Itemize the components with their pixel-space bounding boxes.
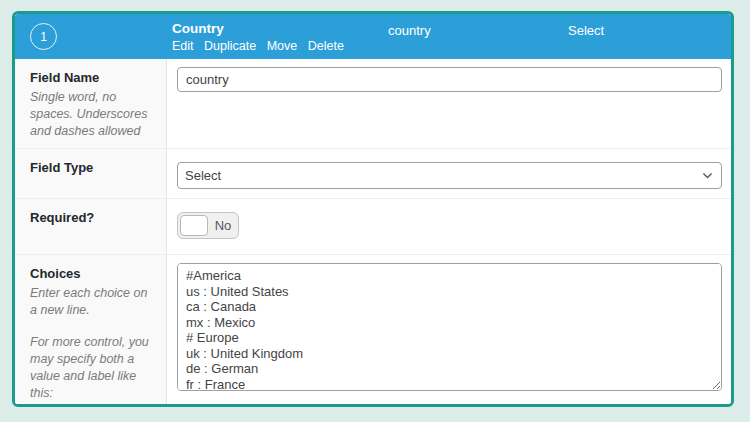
field-order-badge: 1 xyxy=(30,23,57,50)
toggle-state-label: No xyxy=(208,218,238,233)
field-name-description: Single word, no spaces. Underscores and … xyxy=(30,89,154,140)
field-type-label-cell: Field Type xyxy=(15,149,167,198)
choices-textarea[interactable]: #America us : United States ca : Canada … xyxy=(177,263,722,391)
field-name-input[interactable] xyxy=(177,67,722,92)
required-toggle[interactable]: No xyxy=(177,212,239,239)
field-name-label: Field Name xyxy=(30,70,154,85)
delete-action-link[interactable]: Delete xyxy=(308,39,344,53)
field-type-label: Field Type xyxy=(30,160,154,175)
choices-row: Choices Enter each choice on a new line.… xyxy=(15,255,731,407)
field-header-label[interactable]: Country xyxy=(172,20,388,37)
field-type-row: Field Type Select xyxy=(15,149,731,199)
field-type-select-wrap: Select xyxy=(177,162,722,189)
field-header-label-column: Country Edit Duplicate Move Delete xyxy=(172,14,388,55)
field-name-input-cell xyxy=(167,59,731,148)
field-header-name: country xyxy=(388,14,568,38)
field-order-number: 1 xyxy=(40,30,47,44)
choices-description-2: For more control, you may specify both a… xyxy=(30,334,154,402)
required-label-cell: Required? xyxy=(15,199,167,254)
required-row: Required? No xyxy=(15,199,731,255)
field-editor-panel: 1 Country Edit Duplicate Move Delete cou… xyxy=(12,11,734,407)
required-input-cell: No xyxy=(167,199,731,254)
field-row-actions: Edit Duplicate Move Delete xyxy=(172,38,388,55)
move-action-link[interactable]: Move xyxy=(267,39,298,53)
field-name-label-cell: Field Name Single word, no spaces. Under… xyxy=(15,59,167,148)
duplicate-action-link[interactable]: Duplicate xyxy=(204,39,256,53)
edit-action-link[interactable]: Edit xyxy=(172,39,194,53)
choices-input-cell: #America us : United States ca : Canada … xyxy=(167,255,731,407)
field-type-input-cell: Select xyxy=(167,149,731,198)
toggle-knob[interactable] xyxy=(180,215,208,236)
choices-description-1: Enter each choice on a new line. xyxy=(30,285,154,319)
required-label: Required? xyxy=(30,210,154,225)
choices-label: Choices xyxy=(30,266,154,281)
field-settings: Field Name Single word, no spaces. Under… xyxy=(15,59,731,407)
field-header-type: Select xyxy=(568,14,731,38)
choices-label-cell: Choices Enter each choice on a new line.… xyxy=(15,255,167,407)
field-type-select[interactable]: Select xyxy=(177,162,722,189)
field-drag-handle[interactable]: 1 xyxy=(15,14,172,59)
field-header-bar[interactable]: 1 Country Edit Duplicate Move Delete cou… xyxy=(15,14,731,59)
field-name-row: Field Name Single word, no spaces. Under… xyxy=(15,59,731,149)
